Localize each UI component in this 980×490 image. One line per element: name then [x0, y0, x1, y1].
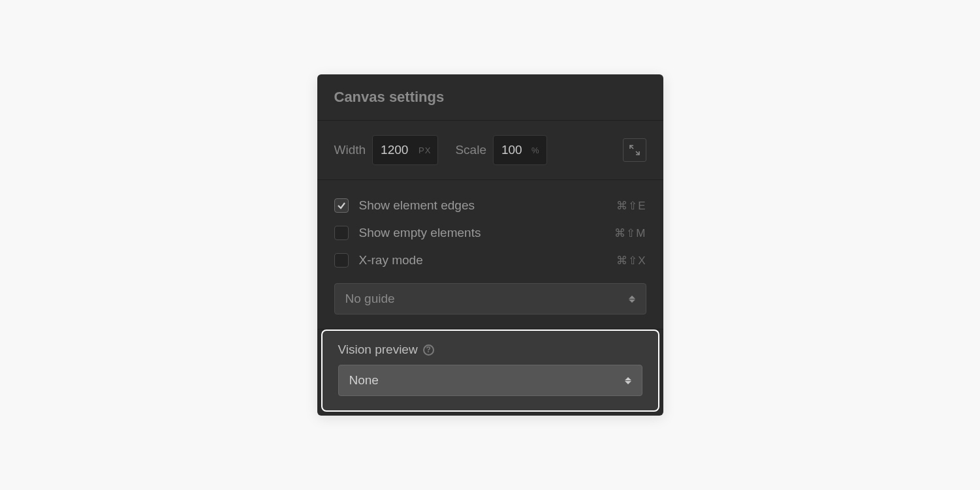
xray-checkbox[interactable] — [334, 253, 349, 268]
panel-title: Canvas settings — [334, 89, 646, 106]
help-icon[interactable]: ? — [423, 345, 434, 356]
view-options-section: Show element edges ⌘⇧E Show empty elemen… — [317, 180, 663, 329]
width-unit: PX — [419, 145, 431, 155]
canvas-settings-panel: Canvas settings Width PX Scale % Show el… — [317, 74, 663, 416]
vision-preview-section: Vision preview ? None — [321, 329, 659, 412]
vision-preview-select[interactable]: None — [338, 365, 642, 396]
panel-header: Canvas settings — [317, 74, 663, 121]
vision-preview-value: None — [349, 373, 625, 388]
width-label: Width — [334, 143, 366, 157]
scale-unit: % — [531, 145, 540, 155]
expand-icon — [629, 144, 640, 156]
xray-row: X-ray mode ⌘⇧X — [334, 247, 646, 274]
width-field[interactable]: PX — [372, 135, 438, 165]
guide-select[interactable]: No guide — [334, 283, 646, 314]
show-edges-shortcut: ⌘⇧E — [616, 199, 646, 213]
scale-label: Scale — [455, 143, 486, 157]
show-empty-shortcut: ⌘⇧M — [614, 226, 646, 240]
xray-shortcut: ⌘⇧X — [616, 254, 646, 268]
vision-preview-label: Vision preview — [338, 343, 418, 357]
vision-preview-heading: Vision preview ? — [338, 343, 642, 357]
guide-select-value: No guide — [345, 292, 629, 306]
show-edges-label: Show element edges — [359, 198, 617, 213]
scale-input[interactable] — [494, 143, 531, 157]
expand-button[interactable] — [623, 138, 646, 162]
show-edges-row: Show element edges ⌘⇧E — [334, 192, 646, 219]
show-empty-label: Show empty elements — [359, 226, 615, 240]
dimensions-row: Width PX Scale % — [317, 121, 663, 180]
show-edges-checkbox[interactable] — [334, 198, 349, 213]
show-empty-checkbox[interactable] — [334, 226, 349, 240]
scale-field[interactable]: % — [493, 135, 547, 165]
width-input[interactable] — [373, 143, 419, 157]
select-caret-icon — [629, 296, 635, 303]
show-empty-row: Show empty elements ⌘⇧M — [334, 219, 646, 247]
select-caret-icon — [625, 377, 631, 384]
xray-label: X-ray mode — [359, 253, 617, 268]
